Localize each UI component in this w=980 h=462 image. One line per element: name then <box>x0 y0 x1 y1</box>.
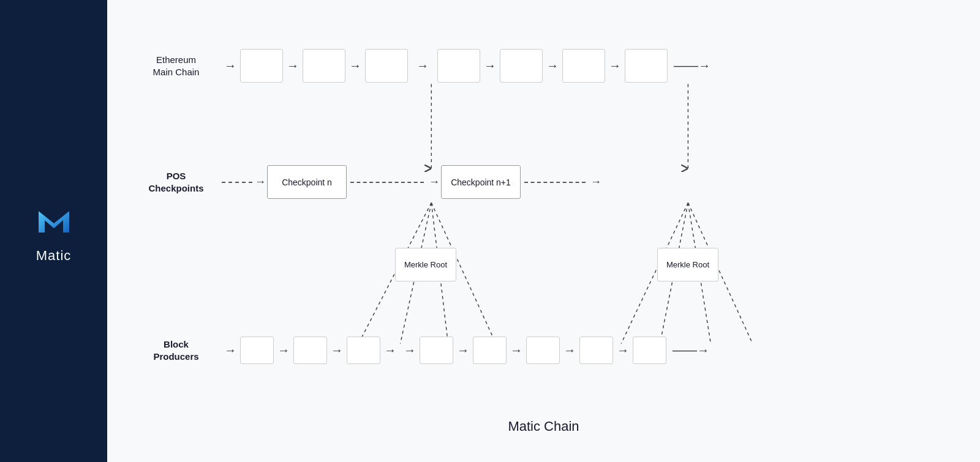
eth-block-1 <box>240 49 283 83</box>
ethereum-label: Ethereum Main Chain <box>132 54 221 78</box>
checkpoint-n1-box: Checkpoint n+1 <box>441 165 521 199</box>
bp-arrow-5: → <box>404 343 416 357</box>
bp-arrow-8: → <box>564 343 576 357</box>
dashed-arrow-2: → <box>429 176 440 188</box>
merkle-root-2: Merkle Root <box>657 248 718 281</box>
arrow-2: → <box>287 59 299 73</box>
arrow-1: → <box>224 59 236 73</box>
bp-block-8 <box>633 337 666 364</box>
dashed-arrow-3: → <box>590 176 601 188</box>
pos-row: POS Checkpoints → Checkpoint n → Checkpo… <box>132 165 956 199</box>
bp-arrow-end: ——→ <box>673 343 709 357</box>
arrow-4: → <box>417 59 429 73</box>
bp-arrow-2: → <box>277 343 290 357</box>
bp-block-4 <box>420 337 453 364</box>
merkle-root-1: Merkle Root <box>395 248 456 281</box>
bp-arrow-6: → <box>457 343 469 357</box>
block-producers-label: Block Producers <box>132 338 221 362</box>
svg-marker-0 <box>39 211 69 233</box>
bp-block-3 <box>347 337 380 364</box>
eth-block-3 <box>365 49 408 83</box>
eth-block-2 <box>303 49 345 83</box>
checkpoint-n-box: Checkpoint n <box>267 165 347 199</box>
bp-block-2 <box>293 337 327 364</box>
logo-container: Matic <box>32 199 75 264</box>
dashed-line-1 <box>222 182 252 183</box>
bp-arrow-3: → <box>331 343 343 357</box>
diagram-area: Ethereum Main Chain → → → → → → → ——→ PO… <box>132 18 956 419</box>
bp-arrow-1: → <box>224 343 236 357</box>
arrow-7: → <box>609 59 621 73</box>
eth-block-7 <box>625 49 668 83</box>
bp-block-1 <box>240 337 274 364</box>
arrow-6: → <box>546 59 559 73</box>
dashed-line-3 <box>524 182 586 183</box>
arrow-3: → <box>349 59 361 73</box>
bp-block-7 <box>579 337 613 364</box>
arrow-5: → <box>484 59 496 73</box>
bp-block-6 <box>526 337 560 364</box>
bp-arrow-4: → <box>384 343 396 357</box>
dashed-arrow-1: → <box>255 176 266 188</box>
matic-chain-label: Matic Chain <box>132 419 956 444</box>
matic-logo-icon <box>32 199 75 242</box>
dashed-line-2 <box>350 182 424 183</box>
bp-arrow-7: → <box>510 343 522 357</box>
block-producers-row: Block Producers → → → → → → → → → ——→ <box>132 337 956 364</box>
pos-label: POS Checkpoints <box>132 170 221 194</box>
eth-block-6 <box>562 49 605 83</box>
sidebar: Matic <box>0 0 107 462</box>
ethereum-row: Ethereum Main Chain → → → → → → → ——→ <box>132 49 956 83</box>
arrow-end: ——→ <box>674 59 710 73</box>
main-content: Ethereum Main Chain → → → → → → → ——→ PO… <box>107 0 980 462</box>
eth-block-4 <box>437 49 480 83</box>
eth-block-5 <box>500 49 543 83</box>
logo-text: Matic <box>36 248 72 264</box>
bp-block-5 <box>473 337 507 364</box>
bp-arrow-9: → <box>617 343 629 357</box>
